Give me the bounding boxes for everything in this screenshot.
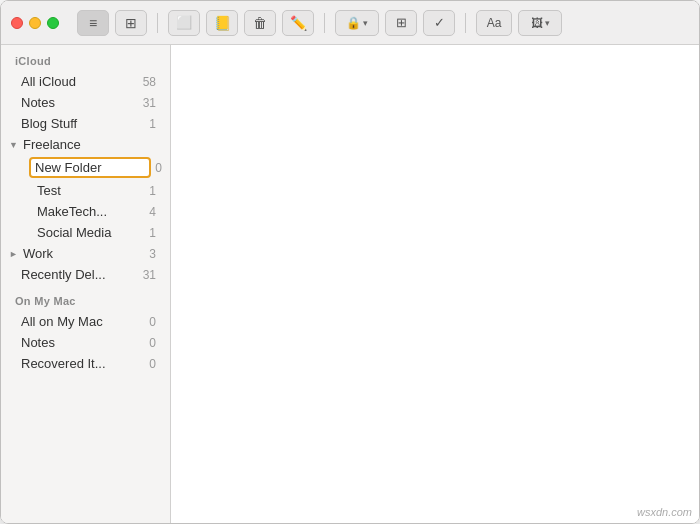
sidebar-item-social-media[interactable]: Social Media 1 [1,222,170,243]
sidebar-item-all-icloud[interactable]: All iCloud 58 [1,71,170,92]
trash-icon: 🗑 [253,15,267,31]
sidebar-item-freelance[interactable]: ▼ Freelance [1,134,170,155]
test-label: Test [37,183,145,198]
image-dropdown-arrow: ▾ [545,18,550,28]
blog-stuff-count: 1 [149,117,156,131]
all-my-mac-label: All on My Mac [21,314,145,329]
recently-deleted-count: 31 [143,268,156,282]
notebook-icon: 📒 [214,15,231,31]
checklist-button[interactable]: ✓ [423,10,455,36]
sidebar-item-maketech[interactable]: MakeTech... 4 [1,201,170,222]
list-view-button[interactable]: ≡ [77,10,109,36]
work-arrow-icon: ► [9,249,19,259]
freelance-arrow-icon: ▼ [9,140,19,150]
compose-button[interactable]: ✏️ [282,10,314,36]
recently-deleted-label: Recently Del... [21,267,139,282]
sidebar-toggle-icon: ⬜ [176,15,192,30]
sidebar-toggle-button[interactable]: ⬜ [168,10,200,36]
all-icloud-label: All iCloud [21,74,139,89]
sidebar: iCloud All iCloud 58 Notes 31 Blog Stuff… [1,45,171,523]
lock-icon: 🔒 [346,16,361,30]
on-my-mac-section-header: On My Mac [1,285,170,311]
grid-view-icon: ⊞ [125,15,137,31]
toolbar-divider-2 [324,13,325,33]
watermark: wsxdn.com [637,506,692,518]
image-icon: 🖼 [531,16,543,30]
table-button[interactable]: ⊞ [385,10,417,36]
close-button[interactable] [11,17,23,29]
delete-button[interactable]: 🗑 [244,10,276,36]
work-label: Work [23,246,145,261]
note-area [171,45,699,523]
maketech-count: 4 [149,205,156,219]
traffic-lights [11,17,59,29]
blog-stuff-label: Blog Stuff [21,116,145,131]
font-button[interactable]: Aa [476,10,512,36]
list-view-icon: ≡ [89,15,97,31]
sidebar-item-recovered[interactable]: Recovered It... 0 [1,353,170,374]
sidebar-item-test[interactable]: Test 1 [1,180,170,201]
notes-mac-count: 0 [149,336,156,350]
toolbar-divider-1 [157,13,158,33]
sidebar-item-recently-deleted[interactable]: Recently Del... 31 [1,264,170,285]
maximize-button[interactable] [47,17,59,29]
notes-icloud-label: Notes [21,95,139,110]
checklist-icon: ✓ [434,15,445,30]
recovered-label: Recovered It... [21,356,145,371]
all-icloud-count: 58 [143,75,156,89]
sidebar-item-notes-icloud[interactable]: Notes 31 [1,92,170,113]
toolbar: ≡ ⊞ ⬜ 📒 🗑 ✏️ [77,10,562,36]
notebook-button[interactable]: 📒 [206,10,238,36]
social-media-count: 1 [149,226,156,240]
maketech-label: MakeTech... [37,204,145,219]
new-folder-input-wrapper[interactable] [29,157,151,178]
table-icon: ⊞ [396,15,407,30]
work-count: 3 [149,247,156,261]
titlebar: ≡ ⊞ ⬜ 📒 🗑 ✏️ [1,1,699,45]
sidebar-item-all-my-mac[interactable]: All on My Mac 0 [1,311,170,332]
sidebar-item-new-folder[interactable]: 0 [1,155,170,180]
all-my-mac-count: 0 [149,315,156,329]
minimize-button[interactable] [29,17,41,29]
toolbar-divider-3 [465,13,466,33]
notes-mac-label: Notes [21,335,145,350]
recovered-count: 0 [149,357,156,371]
lock-button[interactable]: 🔒 ▾ [335,10,379,36]
notes-icloud-count: 31 [143,96,156,110]
sidebar-item-notes-mac[interactable]: Notes 0 [1,332,170,353]
lock-dropdown-arrow: ▾ [363,18,368,28]
new-folder-input[interactable] [35,160,115,175]
icloud-section-header: iCloud [1,45,170,71]
new-folder-count: 0 [155,161,162,175]
sidebar-item-blog-stuff[interactable]: Blog Stuff 1 [1,113,170,134]
freelance-label: Freelance [23,137,152,152]
compose-icon: ✏️ [290,15,307,31]
image-button[interactable]: 🖼 ▾ [518,10,562,36]
main-content: iCloud All iCloud 58 Notes 31 Blog Stuff… [1,45,699,523]
test-count: 1 [149,184,156,198]
font-icon: Aa [487,16,502,30]
sidebar-item-work[interactable]: ► Work 3 [1,243,170,264]
grid-view-button[interactable]: ⊞ [115,10,147,36]
social-media-label: Social Media [37,225,145,240]
